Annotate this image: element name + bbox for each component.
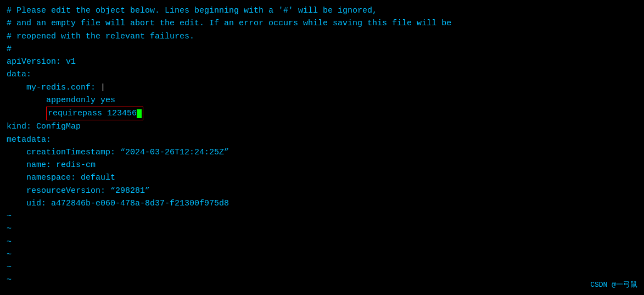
line-9-highlighted: requirepass 123456 — [7, 107, 637, 120]
editor-container: # Please edit the object below. Lines be… — [0, 0, 644, 295]
tilde-5: ~ — [7, 261, 637, 274]
tilde-6: ~ — [7, 274, 637, 286]
line-3: # reopened with the relevant failures. — [7, 30, 637, 43]
line-12: creationTimestamp: “2024-03-26T12:24:25Z… — [7, 146, 637, 159]
line-2: # and an empty file will abort the edit.… — [7, 17, 637, 30]
tilde-2: ~ — [7, 222, 637, 235]
line-4: # — [7, 43, 637, 55]
pipe-cursor: | — [100, 83, 105, 92]
tilde-1: ~ — [7, 210, 637, 222]
line-11: metadata: — [7, 133, 637, 146]
tilde-3: ~ — [7, 236, 637, 248]
line-16: uid: a472846b-e060-478a-8d37-f21300f975d… — [7, 197, 637, 210]
highlight-box: requirepass 123456 — [46, 107, 143, 120]
line-15: resourceVersion: “298281” — [7, 185, 637, 197]
line-6: data: — [7, 68, 637, 81]
line-13: name: redis-cm — [7, 159, 637, 171]
text-cursor — [137, 109, 142, 118]
line-10: kind: ConfigMap — [7, 120, 637, 133]
watermark: CSDN @一弓鼠 — [590, 280, 637, 290]
tilde-4: ~ — [7, 248, 637, 261]
line-5: apiVersion: v1 — [7, 55, 637, 68]
line-8: appendonly yes — [7, 94, 637, 107]
line-14: namespace: default — [7, 171, 637, 184]
line-1: # Please edit the object below. Lines be… — [7, 4, 637, 17]
line-7: my-redis.conf: | — [7, 81, 637, 94]
